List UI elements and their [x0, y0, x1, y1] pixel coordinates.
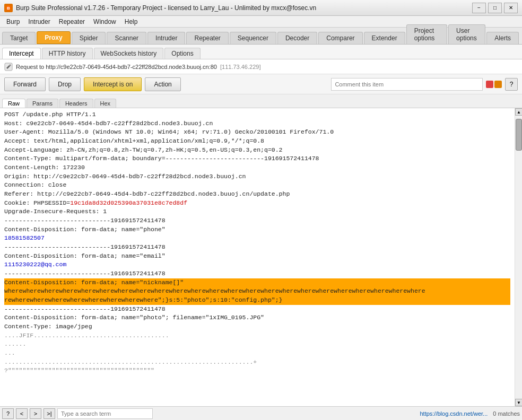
request-url: Request to http://c9e22cb7-0649-45d4-bdb… — [16, 64, 217, 70]
tab-scanner[interactable]: Scanner — [107, 32, 146, 44]
tab-extender[interactable]: Extender — [364, 32, 405, 44]
subtab-websockets-history[interactable]: WebSockets history — [94, 48, 164, 59]
search-last-button[interactable]: >| — [44, 408, 55, 419]
tab-decoder[interactable]: Decoder — [277, 32, 317, 44]
menu-help[interactable]: Help — [120, 17, 142, 27]
pencil-icon — [4, 63, 13, 71]
search-help-button[interactable]: ? — [2, 408, 14, 419]
tab-spider[interactable]: Spider — [72, 32, 106, 44]
tab-alerts[interactable]: Alerts — [486, 32, 519, 44]
scrollbar[interactable]: ▲ ▼ — [515, 108, 522, 406]
svg-text:B: B — [7, 6, 10, 11]
search-next-button[interactable]: > — [30, 408, 41, 419]
subtab-intercept[interactable]: Intercept — [2, 48, 41, 59]
innertab-hex[interactable]: Hex — [94, 99, 117, 108]
bottom-bar: ? < > >| https://blog.csdn.net/wer... 0 … — [0, 406, 522, 420]
minimize-button[interactable]: − — [472, 3, 486, 13]
comment-input[interactable] — [331, 78, 483, 91]
window-controls: − □ ✕ — [472, 3, 518, 13]
main-layout: Intercept HTTP history WebSockets histor… — [0, 45, 522, 420]
menu-intruder[interactable]: Intruder — [24, 17, 54, 27]
request-body[interactable]: POST /update.php HTTP/1.1Host: c9e22cb7-… — [0, 108, 515, 406]
window-title: Burp Suite Professional v1.7.26 - Tempor… — [16, 4, 472, 12]
panel-content: Request to http://c9e22cb7-0649-45d4-bdb… — [0, 59, 522, 420]
content-area: POST /update.php HTTP/1.1Host: c9e22cb7-… — [0, 108, 522, 406]
action-button[interactable]: Action — [145, 77, 180, 91]
tab-user-options[interactable]: User options — [448, 24, 485, 44]
scroll-thumb[interactable] — [516, 119, 522, 151]
subtab-http-history[interactable]: HTTP history — [42, 48, 93, 59]
tab-proxy[interactable]: Proxy — [37, 31, 70, 44]
color-picker — [486, 81, 502, 88]
app-icon: B — [4, 4, 13, 12]
sub-tabbar: Intercept HTTP history WebSockets histor… — [0, 45, 522, 59]
menu-window[interactable]: Window — [89, 17, 120, 27]
close-button[interactable]: ✕ — [504, 3, 518, 13]
tab-intruder[interactable]: Intruder — [147, 32, 185, 44]
help-button[interactable]: ? — [505, 78, 518, 91]
color-red[interactable] — [486, 81, 493, 88]
titlebar: B Burp Suite Professional v1.7.26 - Temp… — [0, 0, 522, 16]
maximize-button[interactable]: □ — [488, 3, 502, 13]
tab-project-options[interactable]: Project options — [406, 24, 447, 44]
tab-repeater[interactable]: Repeater — [186, 32, 228, 44]
innertab-raw[interactable]: Raw — [2, 99, 25, 108]
match-count: 0 matches — [493, 410, 520, 417]
tab-target[interactable]: Target — [2, 32, 36, 44]
search-input[interactable] — [57, 408, 153, 419]
tab-sequencer[interactable]: Sequencer — [230, 32, 276, 44]
innertab-params[interactable]: Params — [27, 99, 58, 108]
action-bar: Forward Drop Intercept is on Action ? — [0, 74, 522, 94]
subtab-options[interactable]: Options — [164, 48, 200, 59]
tab-comparer[interactable]: Comparer — [318, 32, 362, 44]
menu-repeater[interactable]: Repeater — [55, 17, 89, 27]
menu-burp[interactable]: Burp — [2, 17, 24, 27]
main-tabbar: Target Proxy Spider Scanner Intruder Rep… — [0, 28, 522, 45]
inner-tabbar: Raw Params Headers Hex — [0, 94, 522, 108]
drop-button[interactable]: Drop — [49, 77, 81, 91]
innertab-headers[interactable]: Headers — [59, 99, 93, 108]
search-prev-button[interactable]: < — [16, 408, 28, 419]
status-url: https://blog.csdn.net/wer... — [155, 410, 488, 417]
intercept-toggle-button[interactable]: Intercept is on — [84, 77, 142, 91]
scroll-up-button[interactable]: ▲ — [515, 108, 522, 116]
info-bar: Request to http://c9e22cb7-0649-45d4-bdb… — [0, 59, 522, 74]
request-ip: [111.73.46.229] — [220, 64, 260, 70]
color-orange[interactable] — [494, 81, 502, 88]
scroll-down-button[interactable]: ▼ — [515, 399, 522, 406]
forward-button[interactable]: Forward — [4, 77, 46, 91]
